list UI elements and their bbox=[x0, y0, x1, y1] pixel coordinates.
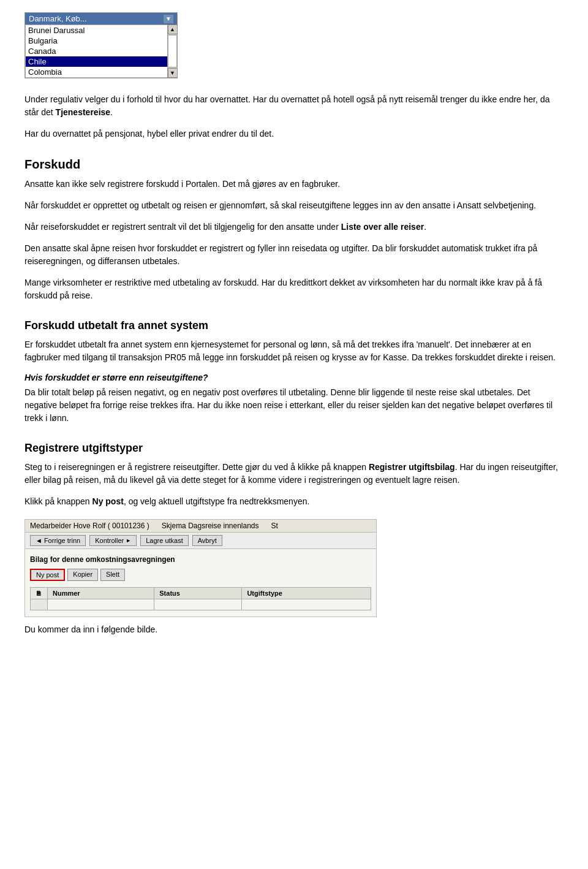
intro-para-2: Har du overnattet på pensjonat, hybel el… bbox=[24, 127, 564, 140]
screenshot-body: Bilag for denne omkostningsavregningen N… bbox=[25, 549, 376, 617]
intro-para-1: Under regulativ velger du i forhold til … bbox=[24, 93, 564, 119]
section2-heading: Forskudd utbetalt fra annet system bbox=[24, 319, 564, 332]
list-item[interactable]: Colombia bbox=[26, 67, 176, 77]
list-item[interactable]: Brunei Darussal bbox=[26, 25, 176, 36]
expense-table: 🗎 Nummer Status Utgiftstype bbox=[30, 587, 371, 610]
row-utgiftstype bbox=[242, 599, 371, 610]
screenshot-header-left: Medarbeider Hove Rolf ( 00101236 ) bbox=[30, 522, 149, 530]
list-item-chile[interactable]: Chile bbox=[26, 56, 176, 67]
screenshot-header-status: St bbox=[271, 522, 278, 530]
ss-action-buttons: Ny post Kopier Slett bbox=[30, 569, 371, 581]
section2-p1: Er forskuddet utbetalt fra annet system … bbox=[24, 338, 564, 364]
back-arrow-icon: ◄ bbox=[36, 537, 42, 544]
section2-p2: Da blir totalt beløp på reisen negativt,… bbox=[24, 386, 564, 425]
scrollbar[interactable]: ▲ ▼ bbox=[167, 25, 177, 78]
row-status bbox=[154, 599, 242, 610]
table-row bbox=[31, 599, 371, 610]
screenshot-toolbar: ◄ Forrige trinn Kontroller ► Lagre utkas… bbox=[25, 533, 376, 549]
row-icon bbox=[31, 599, 48, 610]
btn-ny-post[interactable]: Ny post bbox=[30, 569, 65, 581]
dropdown-arrow-btn[interactable]: ▼ bbox=[164, 15, 173, 23]
table-col-status: Status bbox=[154, 588, 242, 599]
btn-slett[interactable]: Slett bbox=[100, 569, 125, 581]
section3-p1: Steg to i reiseregningen er å registrere… bbox=[24, 461, 564, 487]
section1-p1: Ansatte kan ikke selv registrere forskud… bbox=[24, 178, 564, 191]
btn-back[interactable]: ◄ Forrige trinn bbox=[30, 535, 86, 546]
country-listbox: Brunei Darussal Bulgaria Canada Chile Co… bbox=[25, 25, 177, 78]
section3-heading: Registrere utgiftstyper bbox=[24, 442, 564, 455]
section1-p5: Mange virksomheter er restriktive med ut… bbox=[24, 276, 564, 302]
btn-control[interactable]: Kontroller ► bbox=[89, 535, 137, 546]
table-col-utgiftstype: Utgiftstype bbox=[242, 588, 371, 599]
scroll-up-btn[interactable]: ▲ bbox=[168, 25, 178, 34]
dropdown-title-bar: Danmark, Køb... ▼ bbox=[25, 13, 177, 25]
listbox-wrapper: Brunei Darussal Bulgaria Canada Chile Co… bbox=[25, 25, 177, 78]
list-item[interactable]: Bulgaria bbox=[26, 36, 176, 46]
screenshot-header: Medarbeider Hove Rolf ( 00101236 ) Skjem… bbox=[25, 520, 376, 533]
btn-cancel[interactable]: Avbryt bbox=[192, 535, 222, 546]
section1-p3: Når reiseforskuddet er registrert sentra… bbox=[24, 221, 564, 233]
screenshot-box: Medarbeider Hove Rolf ( 00101236 ) Skjem… bbox=[24, 519, 377, 617]
control-arrow-icon: ► bbox=[126, 537, 131, 544]
row-nummer bbox=[48, 599, 154, 610]
scroll-track bbox=[168, 35, 177, 67]
btn-save[interactable]: Lagre utkast bbox=[140, 535, 189, 546]
section1-p4: Den ansatte skal åpne reisen hvor forsku… bbox=[24, 242, 564, 268]
section3-caption: Du kommer da inn i følgende bilde. bbox=[24, 623, 564, 636]
table-col-nummer: Nummer bbox=[48, 588, 154, 599]
scroll-down-btn[interactable]: ▼ bbox=[168, 68, 178, 78]
dropdown-selected-value: Danmark, Køb... bbox=[29, 14, 87, 23]
screenshot-header-right: Skjema Dagsreise innenlands bbox=[162, 522, 259, 530]
section3-p2: Klikk på knappen Ny post, og velg aktuel… bbox=[24, 495, 564, 508]
ss-section-title: Bilag for denne omkostningsavregningen bbox=[30, 555, 371, 564]
btn-kopier[interactable]: Kopier bbox=[67, 569, 98, 581]
section1-heading: Forskudd bbox=[24, 157, 564, 172]
section2-italic-heading: Hvis forskuddet er større enn reiseutgif… bbox=[24, 373, 564, 382]
list-item[interactable]: Canada bbox=[26, 46, 176, 56]
country-dropdown[interactable]: Danmark, Køb... ▼ Brunei Darussal Bulgar… bbox=[24, 12, 178, 78]
table-icon-col: 🗎 bbox=[31, 588, 48, 599]
section1-p2: Når forskuddet er opprettet og utbetalt … bbox=[24, 199, 564, 212]
